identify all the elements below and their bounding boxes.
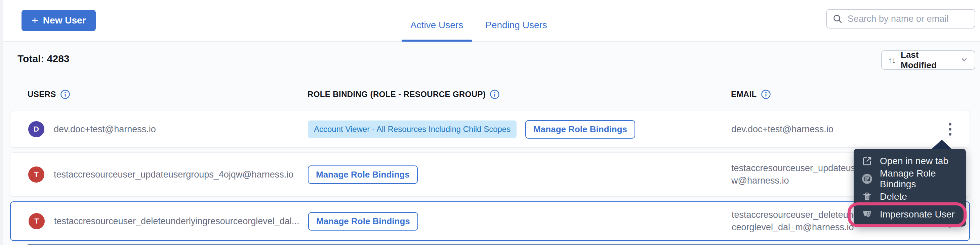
role-bindings-icon bbox=[861, 173, 873, 185]
info-icon[interactable] bbox=[490, 89, 500, 100]
user-management-page: + New User Active Users Pending Users To… bbox=[0, 0, 980, 245]
email-cell: dev.doc+test@harness.io bbox=[731, 111, 834, 147]
chevron-down-icon bbox=[960, 55, 969, 65]
info-icon[interactable] bbox=[60, 89, 70, 100]
tab-bar: Active Users Pending Users bbox=[402, 0, 556, 42]
manage-role-bindings-button[interactable]: Manage Role Bindings bbox=[525, 120, 635, 139]
new-user-button[interactable]: + New User bbox=[22, 10, 96, 31]
email-text: dev.doc+test@harness.io bbox=[731, 124, 834, 134]
manage-role-bindings-button[interactable]: Manage Role Bindings bbox=[308, 166, 418, 184]
menu-item-label: Manage Role Bindings bbox=[880, 168, 958, 190]
header-bar: + New User Active Users Pending Users bbox=[0, 0, 980, 42]
table-row[interactable]: T testaccresourceuser_updateusergroups_4… bbox=[10, 152, 970, 197]
trash-icon bbox=[861, 191, 873, 203]
external-link-icon bbox=[861, 155, 873, 167]
search-icon bbox=[832, 13, 843, 24]
column-header-role-binding-label: ROLE BINDING (ROLE - RESOURCE GROUP) bbox=[307, 90, 486, 99]
plus-icon: + bbox=[32, 14, 38, 26]
tab-active-users-label: Active Users bbox=[410, 20, 463, 30]
role-binding-chip: Account Viewer - All Resources Including… bbox=[308, 120, 517, 138]
role-binding-cell: Account Viewer - All Resources Including… bbox=[308, 111, 635, 147]
user-name: testaccresourceuser_deleteunderlyingreso… bbox=[54, 216, 299, 226]
new-user-label: New User bbox=[43, 15, 86, 26]
user-cell: T testaccresourceuser_deleteunderlyingre… bbox=[29, 202, 299, 240]
search-input[interactable] bbox=[848, 14, 969, 24]
tab-pending-users[interactable]: Pending Users bbox=[477, 0, 556, 42]
avatar: T bbox=[28, 166, 45, 183]
column-header-users-label: USERS bbox=[27, 90, 56, 99]
masks-icon bbox=[861, 209, 873, 220]
sort-arrows-icon: ↑↓ bbox=[888, 55, 895, 65]
column-header-role-binding: ROLE BINDING (ROLE - RESOURCE GROUP) bbox=[307, 89, 500, 100]
menu-item-manage-role-bindings[interactable]: Manage Role Bindings bbox=[854, 170, 966, 188]
menu-item-open-in-new-tab[interactable]: Open in new tab bbox=[854, 152, 966, 170]
menu-item-delete[interactable]: Delete bbox=[854, 188, 966, 205]
left-edge-strip bbox=[0, 0, 3, 245]
sort-dropdown[interactable]: ↑↓ Last Modified bbox=[881, 51, 975, 70]
column-header-email: EMAIL bbox=[731, 89, 771, 100]
table-row-selected[interactable]: T testaccresourceuser_deleteunderlyingre… bbox=[10, 201, 970, 241]
role-binding-cell: Manage Role Bindings bbox=[308, 202, 418, 240]
manage-role-bindings-button[interactable]: Manage Role Bindings bbox=[308, 212, 418, 231]
total-count-label: Total: 4283 bbox=[18, 53, 70, 65]
column-header-email-label: EMAIL bbox=[731, 90, 757, 99]
avatar: T bbox=[29, 213, 45, 229]
context-menu-arrow bbox=[931, 140, 953, 150]
tab-pending-users-label: Pending Users bbox=[485, 20, 547, 30]
sort-selected-value: Last Modified bbox=[901, 50, 955, 71]
avatar: D bbox=[28, 121, 45, 137]
menu-item-label: Open in new tab bbox=[880, 156, 948, 166]
tab-active-users[interactable]: Active Users bbox=[402, 0, 472, 42]
next-row-edge bbox=[27, 243, 980, 245]
menu-item-impersonate-user[interactable]: Impersonate User bbox=[854, 205, 966, 223]
user-name: dev.doc+test@harness.io bbox=[54, 124, 156, 134]
menu-item-label: Delete bbox=[880, 191, 907, 202]
role-binding-cell: Manage Role Bindings bbox=[308, 153, 418, 196]
column-header-users: USERS bbox=[27, 89, 70, 100]
info-icon[interactable] bbox=[761, 89, 771, 100]
row-context-menu: Open in new tab Manage Role Bindings Del… bbox=[854, 149, 966, 226]
menu-item-label: Impersonate User bbox=[880, 209, 955, 220]
table-row[interactable]: D dev.doc+test@harness.io Account Viewer… bbox=[10, 111, 970, 148]
user-name: testaccresourceuser_updateusergroups_4oj… bbox=[54, 169, 293, 180]
user-cell: D dev.doc+test@harness.io bbox=[28, 111, 156, 147]
search-box bbox=[826, 9, 975, 28]
user-cell: T testaccresourceuser_updateusergroups_4… bbox=[28, 153, 293, 196]
